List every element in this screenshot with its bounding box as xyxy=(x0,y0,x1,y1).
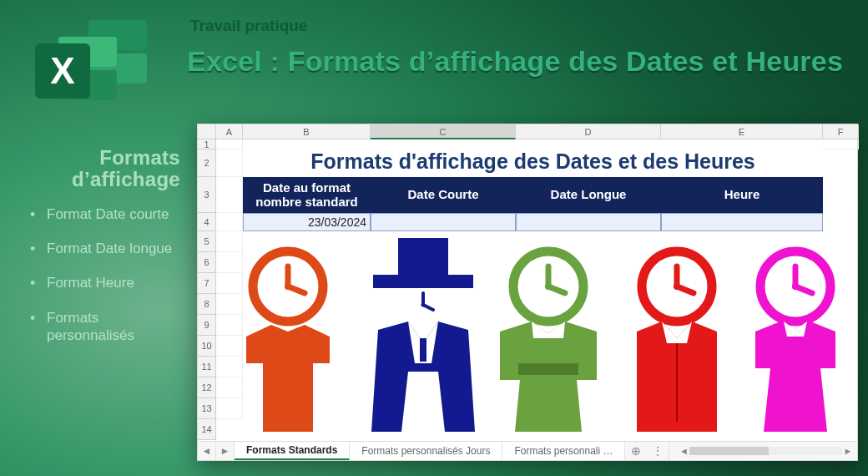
figure-green-kimono xyxy=(500,251,597,432)
col-header-C[interactable]: C xyxy=(371,124,516,139)
row-header[interactable]: 5 xyxy=(198,231,216,252)
row-header[interactable]: 6 xyxy=(198,252,216,273)
scroll-left-icon[interactable]: ◄ xyxy=(678,446,689,456)
row-header[interactable]: 7 xyxy=(198,273,216,294)
scroll-right-icon[interactable]: ► xyxy=(842,446,854,456)
cell-C4[interactable] xyxy=(371,213,516,231)
cell-B4[interactable]: 23/03/2024 xyxy=(243,213,371,231)
page-title: Excel : Formats d’affichage des Dates et… xyxy=(187,45,843,78)
sheet-tabs: ◄ ► Formats Standards Formats personnali… xyxy=(198,441,857,460)
table-header-C: Date Courte xyxy=(371,177,516,213)
sheet-tab[interactable]: Formats personnali … xyxy=(502,442,625,460)
svg-line-23 xyxy=(677,286,694,293)
excel-window: A B C D E F 1 2 3 4 5 6 7 8 9 10 11 12 1… xyxy=(197,124,858,461)
row-header[interactable]: 14 xyxy=(198,419,216,440)
scroll-thumb[interactable] xyxy=(689,447,769,455)
svg-rect-14 xyxy=(420,338,426,362)
svg-line-18 xyxy=(548,286,565,293)
sidebar-item: Formats personnalisés xyxy=(30,309,180,345)
table-header-E: Heure xyxy=(661,177,823,213)
select-all-corner[interactable] xyxy=(198,124,216,139)
figure-orange-tshirt xyxy=(246,251,330,432)
sidebar-item: Format Heure xyxy=(30,274,180,291)
tab-nav-prev-icon[interactable]: ◄ xyxy=(198,442,216,460)
figure-navy-tophat xyxy=(371,238,475,432)
col-header-D[interactable]: D xyxy=(516,124,661,139)
row-header[interactable]: 8 xyxy=(198,294,216,315)
svg-line-28 xyxy=(795,286,812,293)
figure-magenta-dress xyxy=(755,251,835,432)
sheet-tab[interactable]: Formats personnalisés Jours xyxy=(350,442,502,460)
table-header-B: Date au format nombre standard xyxy=(243,177,371,213)
sheet-tab[interactable]: Formats Standards xyxy=(235,442,350,460)
add-sheet-button[interactable]: ⊕ xyxy=(625,442,647,460)
tab-nav-next-icon[interactable]: ► xyxy=(216,442,235,460)
row-header[interactable]: 12 xyxy=(198,377,216,398)
row-header[interactable]: 13 xyxy=(198,398,216,419)
sidebar-heading: Formats d’affichage xyxy=(30,147,180,190)
col-header-E[interactable]: E xyxy=(661,124,823,139)
svg-line-9 xyxy=(288,286,305,293)
horizontal-scrollbar[interactable]: ◄ ► xyxy=(669,442,857,460)
table-header-D: Date Longue xyxy=(516,177,661,213)
row-header[interactable]: 3 xyxy=(198,177,216,213)
pretitle: Travail pratique xyxy=(190,17,307,35)
figure-red-shirt xyxy=(637,251,717,432)
svg-rect-19 xyxy=(518,363,578,375)
row-header[interactable]: 9 xyxy=(198,315,216,336)
figures-illustration xyxy=(223,238,840,438)
sidebar-item: Format Date longue xyxy=(30,240,180,257)
row-header[interactable]: 2 xyxy=(198,149,216,177)
row-header[interactable]: 4 xyxy=(198,213,216,231)
sidebar-item: Format Date courte xyxy=(30,205,180,223)
cell-D4[interactable] xyxy=(516,213,661,231)
svg-text:X: X xyxy=(50,50,74,91)
grid[interactable]: 1 2 3 4 5 6 7 8 9 10 11 12 13 14 Formats… xyxy=(198,139,857,441)
row-header[interactable]: 11 xyxy=(198,357,216,377)
excel-logo: X xyxy=(23,15,157,115)
tab-scroll-divider: ⋮ xyxy=(647,442,669,460)
row-header[interactable]: 1 xyxy=(198,139,216,149)
col-header-B[interactable]: B xyxy=(243,124,371,139)
cell-E4[interactable] xyxy=(661,213,823,231)
row-header[interactable]: 10 xyxy=(198,336,216,357)
col-header-F[interactable]: F xyxy=(823,124,859,139)
sidebar: Formats d’affichage Format Date courte F… xyxy=(30,147,180,361)
sheet-title: Formats d'affichage des Dates et des Heu… xyxy=(243,149,823,177)
col-header-A[interactable]: A xyxy=(216,124,243,139)
